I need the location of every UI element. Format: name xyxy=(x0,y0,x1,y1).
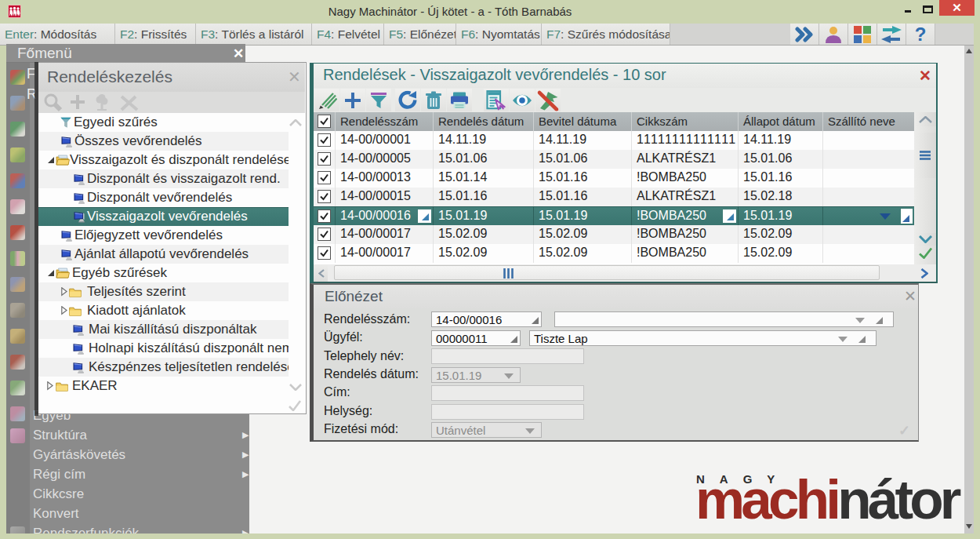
svg-text:?: ? xyxy=(915,25,927,44)
